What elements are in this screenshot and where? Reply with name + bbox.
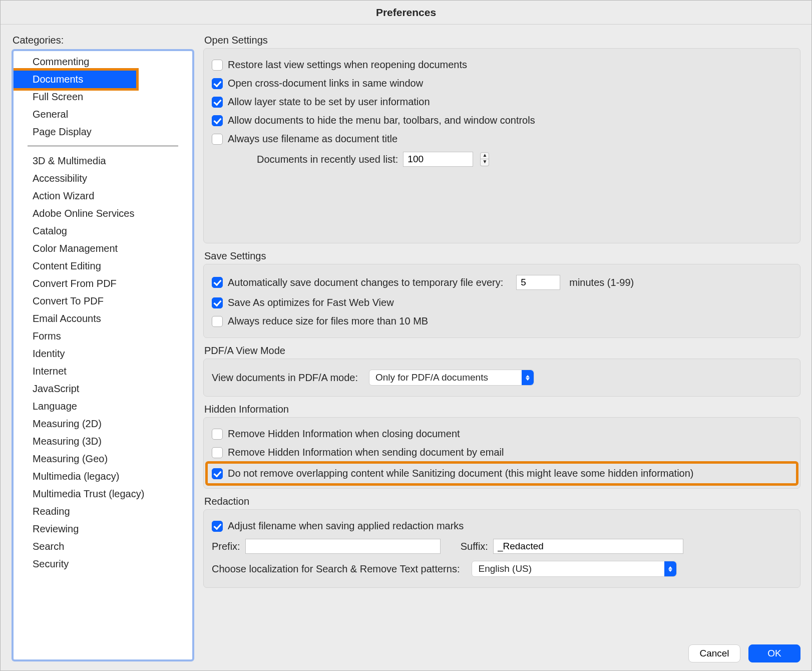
recent-docs-label: Documents in recently used list: [257, 154, 398, 165]
autosave-label-pre: Automatically save document changes to t… [228, 277, 503, 288]
categories-label: Categories: [12, 35, 194, 46]
suffix-input[interactable] [493, 539, 683, 554]
categories-panel: Categories: Commenting Documents Full Sc… [12, 35, 194, 661]
pdfa-title: PDF/A View Mode [203, 345, 800, 357]
sidebar-item-3d-multimedia[interactable]: 3D & Multimedia [14, 152, 192, 170]
sidebar-item-multimedia-trust-legacy[interactable]: Multimedia Trust (legacy) [14, 485, 192, 503]
sidebar-item-color-management[interactable]: Color Management [14, 240, 192, 257]
redaction-group: Redaction Adjust filename when saving ap… [203, 496, 800, 588]
no-remove-overlap-label: Do not remove overlapping content while … [228, 468, 694, 479]
sidebar-item-page-display[interactable]: Page Display [14, 123, 192, 141]
autosave-checkbox[interactable] [212, 277, 223, 288]
ok-button[interactable]: OK [748, 644, 800, 662]
stepper-up-icon[interactable]: ▲ [480, 152, 489, 159]
window-title: Preferences [1, 1, 811, 25]
remove-hidden-close-checkbox[interactable] [212, 429, 223, 440]
sidebar-item-content-editing[interactable]: Content Editing [14, 257, 192, 275]
sidebar-item-measuring-2d[interactable]: Measuring (2D) [14, 415, 192, 433]
cancel-button[interactable]: Cancel [688, 644, 740, 662]
sidebar-item-catalog[interactable]: Catalog [14, 222, 192, 240]
restore-last-view-label: Restore last view settings when reopenin… [228, 59, 467, 71]
sidebar-item-measuring-3d[interactable]: Measuring (3D) [14, 433, 192, 450]
recent-docs-input[interactable] [403, 152, 473, 167]
save-settings-group: Save Settings Automatically save documen… [203, 250, 800, 338]
categories-divider [28, 146, 178, 146]
no-remove-overlap-checkbox[interactable] [212, 468, 223, 479]
suffix-label: Suffix: [461, 541, 488, 552]
autosave-minutes-input[interactable] [516, 275, 560, 290]
pdfa-mode-select[interactable]: Only for PDF/A documents [369, 370, 534, 386]
redaction-title: Redaction [203, 496, 800, 507]
sidebar-item-documents-highlight: Documents [12, 68, 139, 91]
pdfa-mode-value: Only for PDF/A documents [375, 372, 488, 383]
filename-as-title-label: Always use filename as document title [228, 133, 397, 145]
cross-doc-links-checkbox[interactable] [212, 78, 223, 89]
open-settings-title: Open Settings [203, 35, 800, 46]
remove-hidden-email-checkbox[interactable] [212, 447, 223, 458]
sidebar-item-reading[interactable]: Reading [14, 503, 192, 520]
redaction-box: Adjust filename when saving applied reda… [203, 509, 800, 588]
sidebar-item-multimedia-legacy[interactable]: Multimedia (legacy) [14, 468, 192, 485]
hide-menu-label: Allow documents to hide the menu bar, to… [228, 115, 535, 126]
reduce-size-checkbox[interactable] [212, 316, 223, 327]
sidebar-item-documents[interactable]: Documents [14, 71, 136, 88]
categories-list[interactable]: Commenting Documents Full Screen General… [12, 49, 194, 661]
cross-doc-links-label: Open cross-document links in same window [228, 78, 423, 89]
stepper-down-icon[interactable]: ▼ [480, 159, 489, 166]
prefix-input[interactable] [245, 539, 441, 554]
open-settings-box: Restore last view settings when reopenin… [203, 48, 800, 243]
localization-label: Choose localization for Search & Remove … [212, 563, 460, 575]
localization-value: English (US) [478, 563, 532, 574]
sidebar-item-identity[interactable]: Identity [14, 345, 192, 363]
hidden-info-box: Remove Hidden Information when closing d… [203, 417, 800, 489]
sidebar-item-forms[interactable]: Forms [14, 327, 192, 345]
sidebar-item-accessibility[interactable]: Accessibility [14, 170, 192, 187]
pdfa-mode-label: View documents in PDF/A mode: [212, 372, 358, 384]
dialog-buttons: Cancel OK [688, 644, 800, 662]
sidebar-item-full-screen[interactable]: Full Screen [14, 88, 192, 106]
hidden-info-group: Hidden Information Remove Hidden Informa… [203, 404, 800, 489]
hide-menu-checkbox[interactable] [212, 115, 223, 126]
select-arrows-icon [664, 561, 676, 576]
select-arrows-icon [522, 370, 534, 385]
sidebar-item-language[interactable]: Language [14, 398, 192, 415]
preferences-window: Preferences Categories: Commenting Docum… [0, 0, 812, 671]
adjust-filename-checkbox[interactable] [212, 521, 223, 532]
restore-last-view-checkbox[interactable] [212, 60, 223, 71]
fast-web-checkbox[interactable] [212, 297, 223, 308]
localization-select[interactable]: English (US) [472, 561, 677, 577]
sidebar-item-reviewing[interactable]: Reviewing [14, 520, 192, 538]
settings-panel: Open Settings Restore last view settings… [203, 35, 800, 661]
remove-hidden-email-label: Remove Hidden Information when sending d… [228, 447, 504, 458]
adjust-filename-label: Adjust filename when saving applied reda… [228, 520, 464, 532]
sidebar-item-measuring-geo[interactable]: Measuring (Geo) [14, 450, 192, 468]
layer-state-label: Allow layer state to be set by user info… [228, 96, 430, 108]
pdfa-box: View documents in PDF/A mode: Only for P… [203, 359, 800, 397]
save-settings-box: Automatically save document changes to t… [203, 264, 800, 338]
layer-state-checkbox[interactable] [212, 97, 223, 108]
autosave-label-post: minutes (1-99) [569, 277, 634, 288]
sidebar-item-convert-from-pdf[interactable]: Convert From PDF [14, 275, 192, 292]
no-remove-overlap-row: Do not remove overlapping content while … [207, 463, 797, 484]
save-settings-title: Save Settings [203, 250, 800, 262]
sidebar-item-convert-to-pdf[interactable]: Convert To PDF [14, 292, 192, 310]
sidebar-item-email-accounts[interactable]: Email Accounts [14, 310, 192, 327]
reduce-size-label: Always reduce size for files more than 1… [228, 315, 428, 327]
sidebar-item-action-wizard[interactable]: Action Wizard [14, 187, 192, 205]
pdfa-group: PDF/A View Mode View documents in PDF/A … [203, 345, 800, 397]
sidebar-item-adobe-online[interactable]: Adobe Online Services [14, 205, 192, 222]
open-settings-group: Open Settings Restore last view settings… [203, 35, 800, 243]
sidebar-item-javascript[interactable]: JavaScript [14, 380, 192, 398]
body-area: Categories: Commenting Documents Full Sc… [1, 25, 811, 670]
filename-as-title-checkbox[interactable] [212, 134, 223, 145]
prefix-label: Prefix: [212, 541, 240, 552]
hidden-info-title: Hidden Information [203, 404, 800, 415]
sidebar-item-general[interactable]: General [14, 106, 192, 123]
recent-docs-stepper[interactable]: ▲ ▼ [480, 152, 489, 166]
fast-web-label: Save As optimizes for Fast Web View [228, 297, 394, 308]
remove-hidden-close-label: Remove Hidden Information when closing d… [228, 428, 460, 440]
sidebar-item-search[interactable]: Search [14, 538, 192, 555]
sidebar-item-internet[interactable]: Internet [14, 363, 192, 380]
sidebar-item-security[interactable]: Security [14, 555, 192, 573]
